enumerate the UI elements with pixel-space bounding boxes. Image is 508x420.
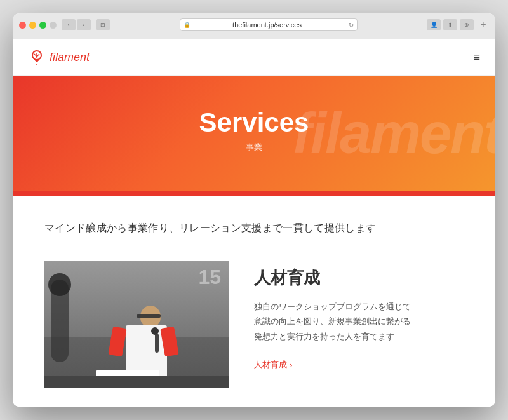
service-section: 15 <box>44 261 464 388</box>
service-image-inner: 15 <box>44 261 229 388</box>
logo-label: filament <box>50 51 90 64</box>
hero-banner: filament Services 事業 <box>13 76 495 191</box>
nav-buttons: ‹ › <box>62 19 91 30</box>
profile-button[interactable]: 👤 <box>427 19 441 30</box>
share-button[interactable]: ⬆ <box>443 19 457 30</box>
svg-rect-1 <box>35 60 39 61</box>
traffic-lights <box>19 22 57 29</box>
inactive-button <box>50 22 57 29</box>
image-number: 15 <box>198 266 221 289</box>
service-info: 人材育成 独自のワークショッププログラムを通じて意識の向上を図り、新規事業創出に… <box>254 261 464 370</box>
close-button[interactable] <box>19 22 26 29</box>
address-bar-container: 🔒 thefilament.jp/services ↻ <box>115 18 422 31</box>
logo-bulb-icon <box>28 48 46 66</box>
hero-title: Services <box>25 107 483 138</box>
site-logo[interactable]: filament <box>28 48 90 66</box>
website-content: filament ≡ filament Services 事業 マインド醸成から… <box>13 39 495 407</box>
hamburger-menu[interactable]: ≡ <box>473 51 480 64</box>
accent-bar <box>13 191 495 196</box>
forward-button[interactable]: › <box>77 19 91 30</box>
window-button[interactable]: ⊡ <box>96 19 110 30</box>
browser-window: ‹ › ⊡ 🔒 thefilament.jp/services ↻ 👤 ⬆ ⊕ … <box>13 13 495 407</box>
person-glasses <box>137 314 161 318</box>
refresh-icon[interactable]: ↻ <box>349 22 354 29</box>
mic-head <box>48 273 71 296</box>
main-tagline: マインド醸成から事業作り、リレーション支援まで一貫して提供します <box>44 222 464 235</box>
browser-chrome: ‹ › ⊡ 🔒 thefilament.jp/services ↻ 👤 ⬆ ⊕ … <box>13 13 495 39</box>
microphone <box>155 334 159 353</box>
address-bar[interactable]: thefilament.jp/services <box>180 18 358 31</box>
service-image: 15 <box>44 261 229 388</box>
back-button[interactable]: ‹ <box>62 19 76 30</box>
site-navbar: filament ≡ <box>13 39 495 76</box>
service-title: 人材育成 <box>254 267 464 289</box>
maximize-button[interactable] <box>39 22 46 29</box>
service-description: 独自のワークショッププログラムを通じて意識の向上を図り、新規事業創出に繋がる発想… <box>254 299 464 344</box>
minimize-button[interactable] <box>29 22 36 29</box>
service-link-label: 人材育成 <box>254 359 287 370</box>
bookmarks-button[interactable]: ⊕ <box>460 19 474 30</box>
main-content: マインド醸成から事業作り、リレーション支援まで一貫して提供します 15 <box>13 196 495 407</box>
browser-actions: 👤 ⬆ ⊕ + <box>427 19 489 30</box>
service-link-arrow: › <box>290 360 292 370</box>
new-tab-button[interactable]: + <box>478 19 489 30</box>
service-link[interactable]: 人材育成 › <box>254 359 464 370</box>
floor <box>44 376 229 388</box>
lock-icon: 🔒 <box>184 22 190 28</box>
hero-subtitle: 事業 <box>25 142 483 153</box>
svg-rect-2 <box>36 61 38 62</box>
